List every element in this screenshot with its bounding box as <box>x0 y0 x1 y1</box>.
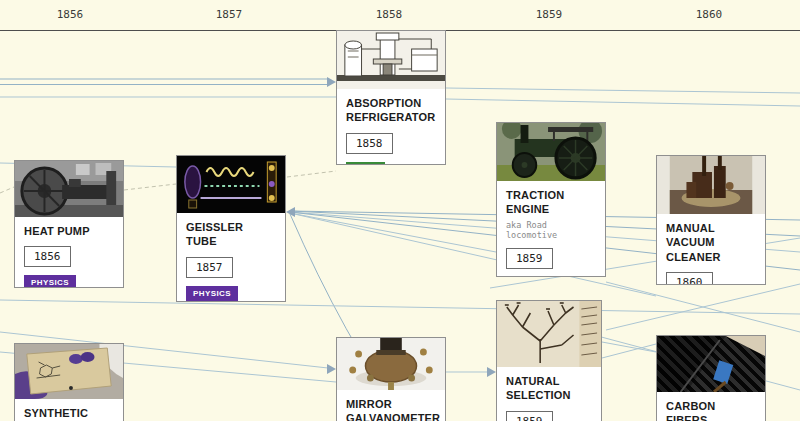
arrow-into-absorption <box>327 77 336 87</box>
card-absorption-refrigerator[interactable]: ABSORPTION REFRIGERATOR 1858 FOOD <box>336 30 446 165</box>
card-title: MANUAL VACUUM CLEANER <box>666 221 756 264</box>
card-title: SYNTHETIC DYE <box>24 406 114 421</box>
synthetic-dye-image <box>15 344 123 399</box>
card-manual-vacuum-cleaner[interactable]: MANUAL VACUUM CLEANER 1860 SANITATION <box>656 155 766 285</box>
card-year: 1856 <box>24 246 71 267</box>
traction-engine-image <box>497 123 605 181</box>
card-year: 1859 <box>506 248 553 269</box>
card-mirror-galvanometer[interactable]: MIRROR GALVANOMETER 1858 <box>336 337 446 421</box>
card-year: 1857 <box>186 257 233 278</box>
card-title: NATURAL SELECTION <box>506 374 592 403</box>
arrow-into-mirror <box>327 364 336 374</box>
arrow-into-natural-selection <box>487 367 496 377</box>
tag-physics[interactable]: PHYSICS <box>186 286 238 301</box>
carbon-fibers-image <box>657 336 765 392</box>
natural-selection-image <box>497 301 601 367</box>
card-natural-selection[interactable]: NATURAL SELECTION 1859 BIOLOGY <box>496 300 602 421</box>
card-year: 1860 <box>666 272 713 285</box>
manual-vacuum-cleaner-image <box>657 156 765 214</box>
card-title: ABSORPTION REFRIGERATOR <box>346 96 436 125</box>
card-geissler-tube[interactable]: GEISSLER TUBE 1857 PHYSICS CHEMISTRY LIG… <box>176 155 286 302</box>
absorption-refrigerator-image <box>337 31 445 89</box>
card-title: GEISSLER TUBE <box>186 220 276 249</box>
card-title: MIRROR GALVANOMETER <box>346 397 436 421</box>
card-synthetic-dye[interactable]: SYNTHETIC DYE 1856 <box>14 343 124 421</box>
card-subtitle: aka Road locomotive <box>506 220 596 240</box>
tag-physics[interactable]: PHYSICS <box>24 275 76 288</box>
card-title: CARBON FIBERS <box>666 399 756 421</box>
geissler-tube-image <box>177 156 285 213</box>
card-heat-pump[interactable]: HEAT PUMP 1856 PHYSICS <box>14 160 124 288</box>
card-year: 1859 <box>506 411 553 421</box>
heat-pump-image <box>15 161 123 217</box>
card-traction-engine[interactable]: TRACTION ENGINE aka Road locomotive 1859… <box>496 122 606 277</box>
mirror-galvanometer-image <box>337 338 445 390</box>
card-carbon-fibers[interactable]: CARBON FIBERS 1860 <box>656 335 766 421</box>
card-year: 1858 <box>346 133 393 154</box>
tag-food[interactable]: FOOD <box>346 162 385 165</box>
card-title: HEAT PUMP <box>24 224 114 238</box>
card-title: TRACTION ENGINE <box>506 188 596 217</box>
